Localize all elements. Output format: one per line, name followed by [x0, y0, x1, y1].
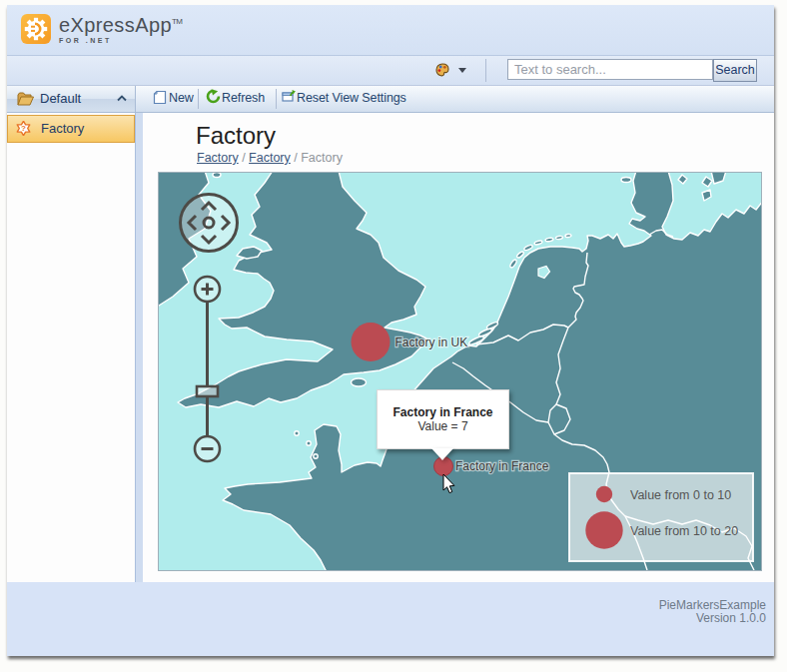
svg-text:Factory in France: Factory in France — [455, 459, 549, 473]
svg-text:Factory in UK: Factory in UK — [395, 336, 468, 349]
svg-text:Value from 10 to 20: Value from 10 to 20 — [630, 524, 738, 538]
svg-text:?: ? — [21, 124, 26, 133]
svg-text:Value from 0 to 10: Value from 0 to 10 — [630, 488, 731, 502]
